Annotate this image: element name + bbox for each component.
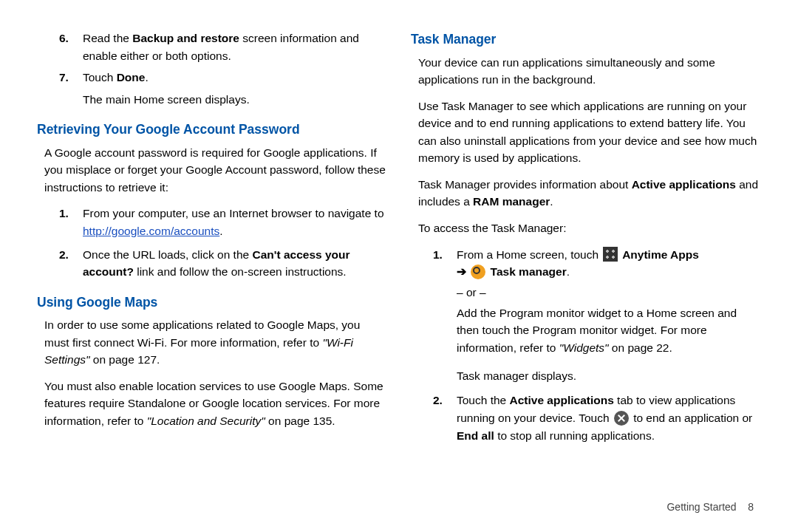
text: . (567, 265, 570, 278)
section-name: Getting Started (666, 501, 736, 513)
text: to stop all running applications. (494, 429, 655, 442)
close-icon (614, 411, 629, 426)
bold-term: Active applications (632, 178, 736, 191)
step-body: Read the Backup and restore screen infor… (83, 30, 387, 64)
maps-paragraph-2: You must also enable location services t… (44, 378, 387, 430)
retrieve-step-2: 2. Once the URL loads, click on the Can'… (37, 246, 387, 281)
heading-task-manager: Task Manager (411, 30, 761, 50)
text: link and follow the on-screen instructio… (134, 265, 347, 278)
apps-grid-icon (603, 247, 618, 262)
text: From your computer, use an Internet brow… (83, 207, 384, 219)
manual-page: 6. Read the Backup and restore screen in… (0, 0, 798, 532)
text: From a Home screen, touch (457, 248, 601, 261)
step-number: 6. (37, 30, 83, 64)
bold-term: RAM manager (473, 195, 550, 208)
step-number: 1. (37, 205, 83, 239)
text: on page 22. (609, 341, 672, 354)
anytime-apps-label: Anytime Apps (619, 248, 698, 261)
cross-ref: "Widgets" (559, 341, 609, 354)
text: to end an application or (630, 412, 752, 424)
or-divider: – or – (457, 284, 761, 301)
step-body: From a Home screen, touch Anytime Apps ➔… (457, 246, 761, 385)
tm-paragraph-2: Use Task Manager to see which applicatio… (418, 98, 761, 167)
intro-paragraph: A Google account password is required fo… (44, 144, 387, 197)
bold-term: End all (457, 429, 494, 442)
text: . (145, 71, 148, 83)
bold-term: Done (117, 71, 146, 83)
cross-ref: "Location and Security" (147, 415, 265, 427)
page-footer: Getting Started 8 (666, 501, 754, 513)
step-body: Touch Done. The main Home screen display… (83, 69, 387, 108)
text: Task Manager provides information about (418, 178, 632, 191)
text: Read the (83, 32, 132, 44)
text: on page 127. (90, 353, 160, 366)
step-number: 2. (37, 246, 83, 281)
task-manager-icon (471, 265, 485, 279)
bold-term: Active applications (510, 394, 614, 406)
accounts-link[interactable]: http://google.com/accounts (83, 225, 219, 237)
step-number: 2. (411, 392, 457, 444)
step-body: Touch the Active applications tab to vie… (457, 392, 761, 444)
tm-paragraph-3: Task Manager provides information about … (418, 176, 761, 211)
step-body: From your computer, use an Internet brow… (83, 205, 387, 239)
tm-step-1: 1. From a Home screen, touch Anytime App… (411, 246, 761, 385)
maps-paragraph-1: In order to use some applications relate… (44, 316, 387, 369)
left-column: 6. Read the Backup and restore screen in… (37, 30, 387, 525)
text: Once the URL loads, click on the (83, 248, 252, 261)
alt-instruction: Add the Program monitor widget to a Home… (457, 304, 761, 357)
bold-term: Backup and restore (132, 32, 239, 44)
tm-paragraph-1: Your device can run applications simulta… (418, 54, 761, 89)
step-number: 7. (37, 69, 83, 108)
text: . (219, 225, 222, 237)
text: on page 135. (265, 415, 335, 427)
text: Touch the (457, 394, 510, 406)
tm-lead: To access the Task Manager: (418, 219, 761, 237)
text: . (550, 195, 553, 208)
step-body: Once the URL loads, click on the Can't a… (83, 246, 387, 281)
right-column: Task Manager Your device can run applica… (411, 30, 761, 525)
page-number: 8 (748, 501, 754, 513)
step-result: Task manager displays. (457, 367, 761, 385)
task-manager-label: Task manager (487, 265, 566, 278)
retrieve-step-1: 1. From your computer, use an Internet b… (37, 205, 387, 239)
text: Touch (83, 71, 117, 83)
heading-retrieve-password: Retrieving Your Google Account Password (37, 120, 387, 140)
step-number: 1. (411, 246, 457, 385)
step-6: 6. Read the Backup and restore screen in… (37, 30, 387, 64)
step-result: The main Home screen displays. (83, 91, 387, 109)
heading-using-google-maps: Using Google Maps (37, 293, 387, 313)
arrow-icon: ➔ (457, 265, 469, 278)
text: In order to use some applications relate… (44, 318, 360, 349)
step-7: 7. Touch Done. The main Home screen disp… (37, 69, 387, 108)
tm-step-2: 2. Touch the Active applications tab to … (411, 392, 761, 444)
